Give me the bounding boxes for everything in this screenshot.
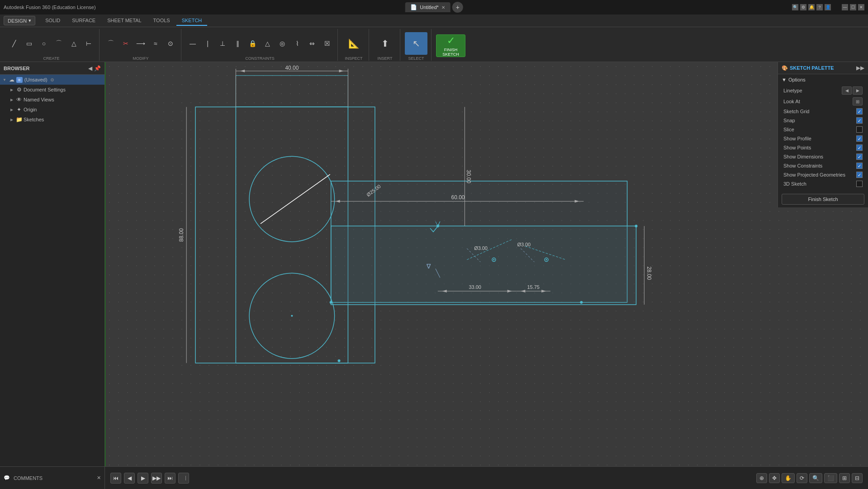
display-settings-tool[interactable]: ⊟ — [852, 473, 863, 483]
sidebar-item-named-views[interactable]: ▶ 👁 Named Views — [0, 95, 104, 105]
parallel-constraint[interactable]: ∥ — [231, 37, 244, 50]
sidebar-item-document-settings[interactable]: ▶ ⚙ Document Settings — [0, 85, 104, 95]
help-btn[interactable]: ? — [816, 4, 823, 10]
circle-tool[interactable]: ○ — [37, 37, 51, 50]
showprofile-checkbox[interactable]: ✓ — [856, 135, 863, 142]
comments-bar[interactable]: 💬 COMMENTS ✕ — [0, 466, 105, 489]
perpendicular-constraint[interactable]: ⊥ — [216, 37, 229, 50]
sidebar-arrow-left[interactable]: ◀ — [88, 65, 92, 72]
fit-tool[interactable]: ⟳ — [797, 473, 807, 483]
orbit-tool[interactable]: ⊕ — [756, 473, 767, 483]
palette-icon: 🎨 — [782, 65, 788, 71]
tab-tools[interactable]: TOOLS — [148, 16, 175, 26]
sidebar: BROWSER ◀ 📌 ▼ ☁ ≡ (Unsaved) ⚙ ▶ ⚙ Docume… — [0, 62, 105, 466]
triangle-constraint[interactable]: △ — [261, 37, 274, 50]
line-tool[interactable]: ╱ — [7, 37, 21, 50]
offset-tool[interactable]: ⊙ — [164, 37, 177, 50]
bell-btn[interactable]: 🔔 — [808, 4, 815, 10]
insert-label: INSERT — [378, 56, 393, 61]
sidebar-item-origin[interactable]: ▶ ✦ Origin — [0, 105, 104, 115]
showpoints-checkbox[interactable]: ✓ — [856, 144, 863, 151]
sidebar-item-sketches[interactable]: ▶ 📁 Sketches — [0, 115, 104, 125]
fillet-tool[interactable]: ⌒ — [104, 37, 118, 50]
circle2-constraint[interactable]: ◎ — [275, 37, 289, 50]
tab-surface[interactable]: SURFACE — [66, 16, 101, 26]
lookat-button[interactable]: ⊞ — [853, 97, 863, 105]
zoom-tool[interactable]: 🔍 — [809, 473, 822, 483]
unsaved-label: (Unsaved) — [24, 77, 47, 82]
select-tool[interactable]: ↖ — [405, 32, 427, 55]
palette-collapse-btn[interactable]: ▶▶ — [856, 65, 864, 71]
trim-tool[interactable]: ✂ — [119, 37, 133, 50]
triangle-tool[interactable]: △ — [67, 37, 81, 50]
showconstraints-checkbox[interactable]: ✓ — [856, 163, 863, 169]
palette-row-lookat: Look At ⊞ — [782, 96, 864, 107]
lock-constraint[interactable]: 🔒 — [246, 37, 259, 50]
doc-close-icon[interactable]: ✕ — [441, 5, 445, 10]
sketchgrid-checkbox[interactable]: ✓ — [856, 108, 863, 115]
close-button[interactable]: ✕ — [858, 4, 864, 10]
view-tools: ⊕ ✥ ✋ ⟳ 🔍 ⬛ ⊞ ⊟ — [756, 473, 863, 483]
extend-tool[interactable]: ⟶ — [134, 37, 147, 50]
arc-tool[interactable]: ⌒ — [52, 37, 66, 50]
view-cube-tool[interactable]: ⬛ — [824, 473, 837, 483]
finish-sketch-button[interactable]: ✓ FINISH SKETCH — [436, 34, 465, 57]
showprojected-checkbox[interactable]: ✓ — [856, 172, 863, 178]
fix-constraint[interactable]: ☒ — [320, 37, 334, 50]
nav-play-btn[interactable]: ▶ — [138, 473, 148, 484]
create-section: ╱ ▭ ○ ⌒ △ ⊢ CREATE — [4, 29, 100, 61]
snap-checkbox[interactable]: ✓ — [856, 117, 863, 124]
sidebar-pin-button[interactable]: 📌 — [94, 65, 101, 72]
tab-sheet-metal[interactable]: SHEET METAL — [102, 16, 147, 26]
expand-arrow-unsaved: ▼ — [2, 77, 7, 82]
nav-first-btn[interactable]: ⏮ — [110, 473, 121, 484]
new-tab-button[interactable]: + — [452, 2, 463, 13]
settings-btn[interactable]: ⚙ — [800, 4, 806, 10]
sidebar-item-unsaved[interactable]: ▼ ☁ ≡ (Unsaved) ⚙ — [0, 75, 104, 85]
design-dropdown[interactable]: DESIGN ▾ — [4, 16, 35, 25]
tab-sketch[interactable]: SKETCH — [176, 16, 208, 26]
linetype-buttons: ◀ ▶ — [842, 86, 863, 95]
vertical-constraint[interactable]: | — [201, 37, 214, 50]
right-sub-rect — [331, 226, 636, 305]
constraint-v-marker: ∇ — [426, 263, 431, 270]
slice-checkbox[interactable] — [856, 126, 863, 133]
3dsketch-checkbox[interactable] — [856, 181, 863, 187]
linetype-right-btn[interactable]: ▶ — [853, 86, 863, 95]
symmetric-constraint[interactable]: ⇔ — [305, 37, 319, 50]
pan-tool[interactable]: ✥ — [769, 473, 780, 483]
insert-tool[interactable]: ⬆ — [374, 32, 396, 55]
arrow-right-top — [339, 70, 344, 72]
inspect-tool[interactable]: 📐 — [342, 32, 365, 55]
palette-row-showprofile: Show Profile ✓ — [782, 134, 864, 143]
tab-solid[interactable]: SOLID — [40, 16, 66, 26]
timeline-marker[interactable]: ⎹ — [178, 473, 189, 484]
palette-options-header[interactable]: ▼ Options — [782, 77, 864, 82]
canvas[interactable]: 40.00 30.00 60.00 88.00 28.00 Ø25.00 Ø3.… — [105, 62, 868, 466]
nav-next-skip-btn[interactable]: ▶▶ — [151, 473, 162, 484]
showconstraints-label: Show Constraints — [783, 163, 822, 168]
palette-row-sketchgrid: Sketch Grid ✓ — [782, 107, 864, 116]
hand-tool[interactable]: ✋ — [782, 473, 795, 483]
nav-last-btn[interactable]: ⏭ — [165, 473, 175, 484]
linetype-left-btn[interactable]: ◀ — [842, 86, 852, 95]
horizontal-constraint[interactable]: — — [186, 37, 199, 50]
account-btn[interactable]: 👤 — [825, 4, 831, 10]
grid-view-tool[interactable]: ⊞ — [839, 473, 850, 483]
showdimensions-checkbox[interactable]: ✓ — [856, 153, 863, 160]
maximize-button[interactable]: ☐ — [850, 4, 856, 10]
comments-close-icon[interactable]: ✕ — [97, 475, 101, 481]
line2-tool[interactable]: ⊢ — [82, 37, 95, 50]
finish-sketch-palette-button[interactable]: Finish Sketch — [782, 194, 864, 205]
small-circle-right-center — [545, 259, 547, 260]
minimize-button[interactable]: — — [842, 4, 848, 10]
nav-prev-btn[interactable]: ◀ — [124, 473, 135, 484]
break-tool[interactable]: ≈ — [149, 37, 162, 50]
rect-tool[interactable]: ▭ — [22, 37, 36, 50]
doc-tab[interactable]: 📄 Untitled* ✕ — [405, 2, 451, 12]
dim-text-15: 15.75 — [527, 284, 540, 290]
search-btn[interactable]: 🔍 — [792, 4, 798, 10]
options-arrow: ▼ — [782, 77, 787, 82]
tangent-constraint[interactable]: ⌇ — [290, 37, 304, 50]
snap-label: Snap — [783, 118, 795, 123]
